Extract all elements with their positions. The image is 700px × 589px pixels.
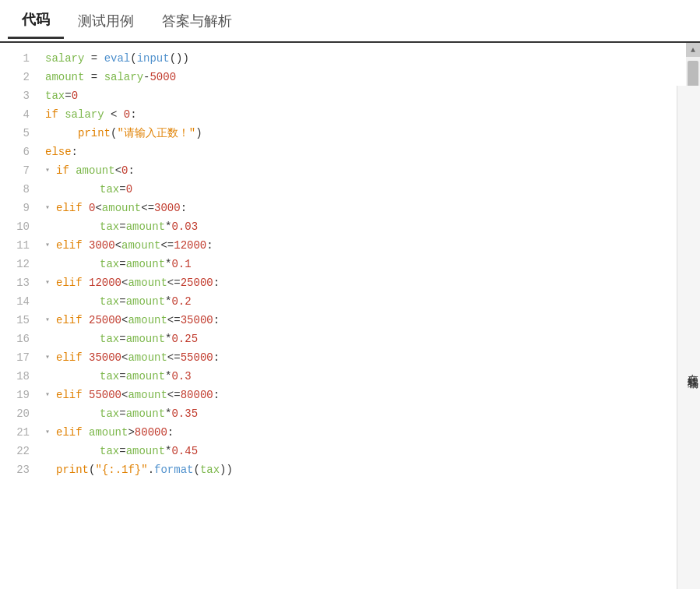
- token-0-7: 0: [121, 161, 128, 180]
- right-panel-text: 在线编程: [686, 354, 700, 372]
- fold-4[interactable]: ▾: [39, 105, 45, 124]
- token-0-9: 0: [89, 199, 95, 217]
- token-amount-10: amount: [126, 217, 165, 236]
- token-tax-22: tax: [100, 442, 119, 460]
- ln-13: 13: [0, 273, 39, 292]
- token-amount-9: amount: [102, 199, 141, 217]
- token-0-4: 0: [124, 105, 130, 124]
- token-tax-18: tax: [100, 367, 119, 386]
- fold-13[interactable]: ▾: [45, 273, 56, 292]
- token-if-4: if: [45, 105, 58, 124]
- token-else-6: else: [45, 143, 72, 161]
- code-line-1: ▾ salary = eval ( input ()): [45, 49, 686, 68]
- scrollbar-up-button[interactable]: ▲: [686, 43, 700, 57]
- token-amount-21: amount: [89, 423, 128, 442]
- token-01: 0.1: [171, 255, 191, 273]
- code-line-3: ▾ tax = 0: [45, 86, 686, 105]
- code-line-22: ▾ tax = amount * 0.45: [45, 442, 686, 460]
- token-tax-10: tax: [100, 217, 119, 236]
- token-str-5: "请输入正数！": [117, 124, 195, 143]
- token-salary-2: salary: [104, 68, 143, 86]
- token-if-7: if: [56, 161, 69, 180]
- ln-18: 18: [0, 367, 39, 386]
- token-35000-17: 35000: [89, 348, 121, 367]
- ln-20: 20: [0, 404, 39, 423]
- token-print-5: print: [78, 124, 111, 143]
- fold-9[interactable]: ▾: [45, 199, 56, 217]
- fold-21[interactable]: ▾: [45, 423, 56, 442]
- token-02: 0.2: [171, 292, 191, 311]
- ln-12: 12: [0, 255, 39, 273]
- fold-19[interactable]: ▾: [45, 386, 56, 404]
- token-salary-1: salary: [45, 49, 84, 68]
- token-045: 0.45: [171, 442, 198, 460]
- token-salary-4: salary: [65, 105, 104, 124]
- token-amount-18: amount: [126, 367, 165, 386]
- token-12000-13: 12000: [89, 273, 121, 292]
- token-tax-8: tax: [100, 180, 119, 199]
- token-tax-20: tax: [100, 404, 119, 423]
- token-tax-3: tax: [45, 86, 65, 105]
- fold-11[interactable]: ▾: [45, 236, 56, 255]
- token-55000-19: 55000: [89, 386, 121, 404]
- token-format: format: [154, 460, 193, 479]
- token-amount-17: amount: [128, 348, 167, 367]
- token-03: 0.3: [171, 367, 191, 386]
- token-amount-20: amount: [126, 404, 165, 423]
- token-amount-7: amount: [76, 161, 114, 180]
- ln-23: 23: [0, 460, 39, 479]
- ln-22: 22: [0, 442, 39, 460]
- code-line-19: ▾ elif 55000 < amount <= 80000 :: [45, 386, 686, 404]
- ln-6: 6: [0, 143, 39, 161]
- code-line-9: ▾ elif 0 < amount <= 3000 :: [45, 199, 686, 217]
- token-55000-17: 55000: [181, 348, 213, 367]
- right-panel: 在线编程: [677, 86, 700, 589]
- code-line-8: ▾ tax = 0: [45, 180, 686, 199]
- token-input: input: [137, 49, 170, 68]
- token-amount-2: amount: [45, 68, 84, 86]
- ln-9: 9: [0, 199, 39, 217]
- tab-answer[interactable]: 答案与解析: [148, 4, 246, 38]
- code-line-21: ▾ elif amount > 80000 :: [45, 423, 686, 442]
- token-elif-21: elif: [56, 423, 83, 442]
- tab-code[interactable]: 代码: [8, 2, 64, 39]
- code-line-10: ▾ tax = amount * 0.03: [45, 217, 686, 236]
- fold-7[interactable]: ▾: [45, 161, 56, 180]
- fold-15[interactable]: ▾: [45, 311, 56, 330]
- ln-8: 8: [0, 180, 39, 199]
- token-str-23: "{:.1f}": [95, 460, 147, 479]
- code-line-6: ▾ else :: [45, 143, 686, 161]
- code-line-12: ▾ tax = amount * 0.1: [45, 255, 686, 273]
- code-line-18: ▾ tax = amount * 0.3: [45, 367, 686, 386]
- token-amount-16: amount: [126, 330, 165, 348]
- token-80000-19: 80000: [181, 386, 213, 404]
- token-tax-23: tax: [200, 460, 220, 479]
- token-tax-12: tax: [100, 255, 119, 273]
- token-25000-15: 25000: [89, 311, 121, 330]
- ln-17: 17: [0, 348, 39, 367]
- code-line-2: ▾ amount = salary - 5000: [45, 68, 686, 86]
- token-0-8: 0: [126, 180, 132, 199]
- tab-test[interactable]: 测试用例: [64, 4, 148, 38]
- code-line-14: ▾ tax = amount * 0.2: [45, 292, 686, 311]
- token-print-23: print: [56, 460, 89, 479]
- fold-17[interactable]: ▾: [45, 348, 56, 367]
- ln-2: 2: [0, 68, 39, 86]
- token-amount-15: amount: [128, 311, 167, 330]
- token-elif-11: elif: [56, 236, 83, 255]
- token-3000-11: 3000: [89, 236, 115, 255]
- ln-4: 4: [0, 105, 39, 124]
- tabs-bar: 代码 测试用例 答案与解析: [0, 0, 700, 43]
- token-tax-16: tax: [100, 330, 119, 348]
- token-elif-19: elif: [56, 386, 83, 404]
- code-line-17: ▾ elif 35000 < amount <= 55000 :: [45, 348, 686, 367]
- code-line-16: ▾ tax = amount * 0.25: [45, 330, 686, 348]
- token-025: 0.25: [171, 330, 198, 348]
- fold-6[interactable]: ▾: [39, 143, 45, 161]
- code-line-5: ▾ print ( "请输入正数！" ): [45, 124, 686, 143]
- token-3000-9: 3000: [154, 199, 181, 217]
- code-line-11: ▾ elif 3000 < amount <= 12000 :: [45, 236, 686, 255]
- token-elif-17: elif: [56, 348, 83, 367]
- token-5000: 5000: [149, 68, 176, 86]
- ln-1: 1: [0, 49, 39, 68]
